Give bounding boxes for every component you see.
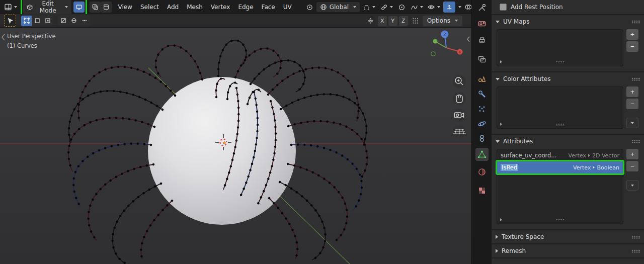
- section-grip[interactable]: [631, 249, 640, 253]
- color-attributes-title: Color Attributes: [503, 75, 550, 82]
- transform-group: Global: [304, 2, 425, 12]
- viewport-toggle-button-3[interactable]: [79, 16, 90, 26]
- visibility-button[interactable]: [425, 2, 442, 12]
- menu-uv[interactable]: UV: [279, 2, 296, 12]
- attribute-row-isred[interactable]: IsRed Vertex Boolean: [497, 161, 623, 173]
- tool-settings-bar: X Y Z Options: [0, 14, 471, 28]
- list-resize-grip[interactable]: [556, 219, 565, 221]
- attributes-list[interactable]: surface_uv_coord... Vertex 2D Vector IsR…: [497, 149, 623, 224]
- circle-grid-icon: [71, 18, 77, 24]
- falloff-curve-icon: [411, 4, 418, 11]
- mode-dropdown[interactable]: Edit Mode: [23, 0, 71, 14]
- menu-edge[interactable]: Edge: [234, 2, 257, 12]
- gizmo-y-ball[interactable]: [433, 39, 438, 44]
- snap-grid-button[interactable]: [410, 16, 421, 26]
- remesh-header[interactable]: Remesh: [492, 244, 644, 257]
- viewport-toggle-button-1[interactable]: [58, 16, 68, 26]
- section-grip[interactable]: [631, 235, 640, 239]
- header-toggle-button-3[interactable]: [101, 2, 112, 13]
- tab-render[interactable]: [475, 17, 489, 30]
- attribute-domain: Vertex: [569, 152, 586, 159]
- object-info-label: (1) Curves: [7, 42, 37, 49]
- color-attribute-remove-button[interactable]: −: [626, 99, 638, 109]
- add-rest-position-checkbox[interactable]: [500, 4, 507, 11]
- tab-material[interactable]: [475, 165, 489, 179]
- menu-mesh[interactable]: Mesh: [183, 2, 207, 12]
- menu-add[interactable]: Add: [163, 2, 183, 12]
- snap-toggle-button[interactable]: [361, 3, 377, 12]
- select-mode-vertex-button[interactable]: [21, 16, 32, 26]
- mirror-z-button[interactable]: Z: [399, 16, 408, 26]
- viewport-editor-icon: [4, 3, 12, 11]
- tool-icon: [477, 3, 487, 12]
- active-tool-button[interactable]: [4, 15, 16, 27]
- edge-select-icon: [34, 18, 40, 24]
- tab-scene[interactable]: [475, 72, 489, 85]
- section-grip[interactable]: [631, 77, 640, 81]
- tab-particles[interactable]: [475, 103, 489, 116]
- tab-view-layer[interactable]: [475, 53, 489, 66]
- uv-map-remove-button[interactable]: −: [626, 41, 638, 52]
- viewport-toggle-button-2[interactable]: [68, 16, 79, 26]
- mirror-button[interactable]: [365, 16, 376, 26]
- attribute-remove-button[interactable]: −: [626, 161, 638, 171]
- gizmos-button[interactable]: [443, 2, 455, 13]
- menu-view[interactable]: View: [114, 2, 136, 12]
- select-mode-face-button[interactable]: [42, 16, 53, 26]
- menu-vertex[interactable]: Vertex: [207, 2, 234, 12]
- physics-icon: [477, 119, 487, 128]
- particles-icon: [477, 105, 487, 114]
- select-mode-edge-button[interactable]: [32, 16, 42, 26]
- attribute-add-button[interactable]: +: [626, 149, 638, 159]
- attribute-specials-button[interactable]: [626, 180, 638, 191]
- tab-tool[interactable]: [475, 1, 489, 14]
- menu-face[interactable]: Face: [258, 2, 279, 12]
- pivot-point-button[interactable]: [304, 3, 315, 12]
- pan-button[interactable]: [453, 92, 466, 105]
- list-expand-icon[interactable]: [500, 218, 502, 221]
- uv-maps-header[interactable]: UV Maps: [492, 15, 644, 28]
- menu-select[interactable]: Select: [136, 2, 163, 12]
- color-attributes-list[interactable]: [497, 86, 623, 129]
- attributes-title: Attributes: [503, 138, 533, 145]
- overlays-button[interactable]: [462, 2, 471, 12]
- tab-physics[interactable]: [475, 117, 489, 130]
- attributes-header[interactable]: Attributes: [492, 135, 644, 148]
- options-dropdown[interactable]: Options: [423, 16, 462, 26]
- section-grip[interactable]: [631, 140, 640, 143]
- list-expand-icon[interactable]: [500, 60, 502, 63]
- zoom-button[interactable]: [453, 75, 466, 88]
- tab-modifiers[interactable]: [475, 87, 489, 101]
- pivot-point-icon: [306, 4, 313, 11]
- header-toggle-button-2[interactable]: [90, 2, 101, 13]
- list-expand-icon[interactable]: [500, 123, 502, 126]
- tab-constraints[interactable]: [475, 132, 489, 145]
- texture-space-title: Texture Space: [502, 233, 544, 240]
- header-toggle-button-1[interactable]: [73, 2, 85, 13]
- viewport-3d[interactable]: Z x User Perspective (1) Curves: [0, 28, 471, 264]
- dots-icon: [82, 18, 88, 24]
- proportional-editing-button[interactable]: [396, 3, 408, 12]
- editor-type-button[interactable]: [2, 2, 19, 12]
- texture-space-header[interactable]: Texture Space: [492, 230, 644, 243]
- mode-dropdown-label: Edit Mode: [35, 0, 60, 14]
- tab-object-data[interactable]: [475, 148, 489, 161]
- proportional-falloff-button[interactable]: [409, 3, 425, 12]
- attribute-row-surface-uv[interactable]: surface_uv_coord... Vertex 2D Vector: [497, 149, 623, 161]
- color-attribute-specials-button[interactable]: [626, 118, 638, 128]
- list-resize-grip[interactable]: [556, 123, 565, 126]
- uv-map-add-button[interactable]: +: [626, 29, 638, 40]
- mirror-y-button[interactable]: Y: [388, 16, 397, 26]
- snap-with-button[interactable]: [378, 3, 395, 12]
- section-grip[interactable]: [631, 20, 640, 24]
- chevron-down-icon: [420, 6, 423, 8]
- tab-texture[interactable]: [475, 184, 489, 197]
- uv-maps-list[interactable]: [497, 29, 623, 66]
- chevron-down-icon: [458, 6, 461, 8]
- list-resize-grip[interactable]: [556, 61, 565, 63]
- color-attributes-header[interactable]: Color Attributes: [492, 72, 644, 85]
- tab-output[interactable]: [475, 34, 489, 47]
- mirror-x-button[interactable]: X: [378, 16, 387, 26]
- color-attribute-add-button[interactable]: +: [626, 86, 638, 97]
- orientation-dropdown[interactable]: Global: [316, 2, 360, 12]
